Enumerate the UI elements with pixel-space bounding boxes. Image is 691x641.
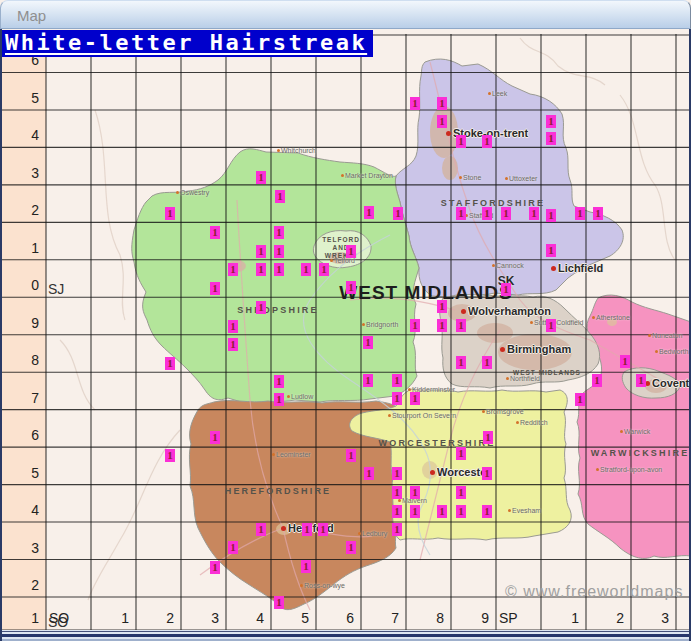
record-marker[interactable]: 1: [363, 336, 373, 349]
record-marker[interactable]: 1: [456, 319, 466, 332]
record-marker[interactable]: 1: [301, 560, 311, 573]
record-marker[interactable]: 1: [210, 226, 220, 239]
record-marker[interactable]: 1: [392, 486, 402, 499]
record-marker[interactable]: 1: [392, 374, 402, 387]
town-label: Leek: [488, 90, 507, 97]
record-marker[interactable]: 1: [318, 523, 328, 536]
record-marker[interactable]: 1: [256, 523, 266, 536]
record-marker[interactable]: 1: [346, 281, 356, 294]
record-marker[interactable]: 1: [620, 355, 630, 368]
record-marker[interactable]: 1: [210, 282, 220, 295]
record-marker[interactable]: 1: [410, 319, 420, 332]
town-dot: [430, 470, 435, 475]
record-marker[interactable]: 1: [410, 505, 420, 518]
record-marker[interactable]: 1: [346, 449, 356, 462]
record-marker[interactable]: 1: [636, 374, 646, 387]
record-marker[interactable]: 1: [301, 263, 311, 276]
town-dot: [596, 468, 599, 471]
record-marker[interactable]: 1: [410, 486, 420, 499]
town-dot: [655, 350, 658, 353]
record-marker[interactable]: 1: [546, 209, 556, 222]
record-marker[interactable]: 1: [393, 207, 403, 220]
record-marker[interactable]: 1: [437, 300, 447, 313]
record-marker[interactable]: 1: [165, 449, 175, 462]
record-marker[interactable]: 1: [410, 97, 420, 110]
row-label: 0: [2, 260, 44, 297]
col-label: 2: [586, 597, 631, 630]
record-marker[interactable]: 1: [228, 320, 238, 333]
record-marker[interactable]: 1: [482, 207, 492, 220]
record-marker[interactable]: 1: [319, 263, 329, 276]
record-marker[interactable]: 1: [165, 207, 175, 220]
record-marker[interactable]: 1: [210, 561, 220, 574]
record-marker[interactable]: 1: [228, 338, 238, 351]
record-marker[interactable]: 1: [437, 505, 447, 518]
record-marker[interactable]: 1: [392, 523, 402, 536]
record-marker[interactable]: 1: [274, 263, 284, 276]
record-marker[interactable]: 1: [546, 115, 556, 128]
record-marker[interactable]: 1: [274, 245, 284, 258]
county-label: HEREFORDSHIRE: [225, 486, 332, 496]
record-marker[interactable]: 1: [346, 541, 356, 554]
record-marker[interactable]: 1: [482, 467, 492, 480]
record-marker[interactable]: 1: [482, 505, 492, 518]
record-marker[interactable]: 1: [392, 392, 402, 405]
col-label: 7: [361, 597, 406, 630]
record-marker[interactable]: 1: [593, 207, 603, 220]
record-marker[interactable]: 1: [364, 467, 374, 480]
record-marker[interactable]: 1: [456, 447, 466, 460]
record-marker[interactable]: 1: [392, 467, 402, 480]
town-label: Sutton Coldfield: [530, 319, 583, 326]
record-marker[interactable]: 1: [575, 207, 585, 220]
record-marker[interactable]: 1: [546, 319, 556, 332]
town-label: Birmingham: [500, 343, 571, 355]
record-marker[interactable]: 1: [546, 244, 556, 257]
record-marker[interactable]: 1: [482, 356, 492, 369]
town-dot: [461, 309, 466, 314]
record-marker[interactable]: 1: [456, 505, 466, 518]
record-marker[interactable]: 1: [275, 190, 285, 203]
town-dot: [446, 131, 451, 136]
record-marker[interactable]: 1: [592, 374, 602, 387]
town-label: Stone: [459, 174, 481, 181]
town-label: Stratford-upon-avon: [596, 466, 662, 473]
record-marker[interactable]: 1: [575, 393, 585, 406]
record-marker[interactable]: 1: [256, 171, 266, 184]
record-marker[interactable]: 1: [392, 505, 402, 518]
region-big-label: WEST MIDLANDS: [339, 282, 512, 304]
record-marker[interactable]: 1: [256, 245, 266, 258]
record-marker[interactable]: 1: [529, 207, 539, 220]
record-marker[interactable]: 1: [228, 263, 238, 276]
record-marker[interactable]: 1: [456, 356, 466, 369]
record-marker[interactable]: 1: [274, 596, 284, 609]
record-marker[interactable]: 1: [456, 135, 466, 148]
record-marker[interactable]: 1: [256, 301, 266, 314]
record-marker[interactable]: 1: [437, 319, 447, 332]
record-marker[interactable]: 1: [210, 431, 220, 444]
record-marker[interactable]: 1: [256, 263, 266, 276]
record-marker[interactable]: 1: [483, 431, 493, 444]
town-dot: [530, 321, 533, 324]
record-marker[interactable]: 1: [546, 132, 556, 145]
record-marker[interactable]: 1: [501, 283, 511, 296]
record-marker[interactable]: 1: [165, 357, 175, 370]
town-dot: [176, 191, 179, 194]
town-dot: [508, 509, 511, 512]
record-marker[interactable]: 1: [437, 97, 447, 110]
record-marker[interactable]: 1: [274, 375, 284, 388]
record-marker[interactable]: 1: [302, 523, 312, 536]
record-marker[interactable]: 1: [346, 245, 356, 258]
record-marker[interactable]: 1: [228, 541, 238, 554]
record-marker[interactable]: 1: [410, 392, 420, 405]
record-marker[interactable]: 1: [482, 135, 492, 148]
record-marker[interactable]: 1: [274, 226, 284, 239]
record-marker[interactable]: 1: [501, 207, 511, 220]
watermark: © www.freeworldmaps: [505, 583, 683, 601]
record-marker[interactable]: 1: [274, 393, 284, 406]
record-marker[interactable]: 1: [456, 486, 466, 499]
record-marker[interactable]: 1: [363, 374, 373, 387]
town-label: Market Drayton: [341, 172, 393, 179]
record-marker[interactable]: 1: [456, 207, 466, 220]
record-marker[interactable]: 1: [364, 206, 374, 219]
record-marker[interactable]: 1: [437, 115, 447, 128]
